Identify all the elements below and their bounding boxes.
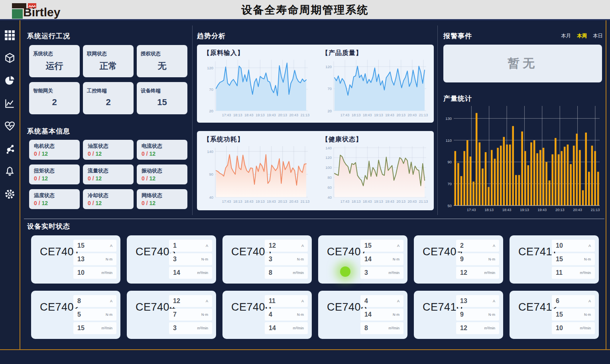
alarm-tab-本日[interactable]: 本日 [593,33,603,39]
svg-text:19:13: 19:13 [374,200,383,204]
device-card-CE7412[interactable]: CE7412 6 A 15 N·m 10 m³/min [510,291,599,339]
pie-chart-icon[interactable] [4,75,15,86]
device-metric-row: 3 m³/min [169,322,212,334]
device-card-CE7406[interactable]: CE7406 11 A 4 N·m 14 m³/min [222,291,312,339]
status-card-value: 正常 [87,60,130,72]
device-metric-value: 12 [173,297,180,305]
device-metric-unit: N·m [201,313,208,317]
device-metric-value: 2 [460,242,464,249]
device-metric-unit: m³/min [484,271,496,275]
svg-text:120: 120 [207,66,213,70]
production-bar-chart: 50709011013017:4318:1318:4319:1319:4320:… [442,104,604,213]
device-card-CE7401[interactable]: CE7401 15 A 13 N·m 10 m³/min [31,235,120,284]
svg-text:19:43: 19:43 [267,113,276,117]
alarm-tab-本月[interactable]: 本月 [561,33,571,39]
device-metric-unit: A [110,244,112,248]
vertical-divider-right [437,25,438,215]
device-metric-unit: m³/min [580,326,591,330]
status-card-value: 2 [33,97,76,108]
device-metric-unit: A [397,244,399,248]
line-chart-icon[interactable] [4,98,15,109]
status-card: 智能网关 2 [29,82,80,114]
device-metric-unit: A [493,299,495,303]
info-card-label: 电机状态 [34,143,75,150]
health-status-chart: 40608010012014017:4318:1318:4319:1319:43… [322,145,430,204]
device-card-CE7411[interactable]: CE7411 10 A 15 N·m 11 m³/min [510,235,599,284]
device-metrics: 15 A 13 N·m 10 m³/min [73,240,116,279]
horizontal-divider [24,219,604,219]
device-metric-unit: m³/min [102,326,113,330]
alarm-tab-本周[interactable]: 本周 [577,33,587,39]
chart-title-health-status: 【健康状态】 [322,135,433,144]
device-metric-row: 14 m³/min [169,267,212,279]
device-metric-row: 15 m³/min [73,322,116,334]
device-metric-value: 14 [173,269,180,276]
status-card-value: 运行 [33,60,76,72]
device-metrics: 2 A 9 N·m 12 m³/min [456,240,499,279]
info-card-count: 0 / 12 [34,151,75,157]
device-metric-row: 15 A [73,240,116,252]
device-card-CE7409[interactable]: CE7409 2 A 9 N·m 12 m³/min [414,235,503,284]
device-metric-unit: A [588,299,591,303]
info-card: 扭矩状态 0 / 12 [29,164,80,184]
device-card-CE7405[interactable]: CE7405 12 A 3 N·m 8 m³/min [222,235,312,284]
device-metric-value: 4 [364,297,368,305]
info-card: 电机状态 0 / 12 [29,140,80,160]
device-metric-value: 12 [269,242,276,249]
info-card-label: 流量状态 [88,167,129,174]
device-card-CE7408[interactable]: CE7408 4 A 14 N·m 8 m³/min [318,291,407,339]
svg-text:140: 140 [325,146,332,150]
device-card-CE7410[interactable]: CE7410 13 A 9 N·m 12 m³/min [414,291,503,339]
device-metric-row: 7 N·m [169,309,212,321]
heart-pulse-icon[interactable] [4,121,15,131]
svg-text:20:43: 20:43 [408,113,417,117]
device-card-CE7403[interactable]: CE7403 1 A 3 N·m 14 m³/min [127,235,216,284]
device-metric-value: 9 [460,311,464,318]
device-card-CE7407[interactable]: CE7407 15 A 14 N·m 3 m³/min [318,235,407,284]
device-metric-unit: N·m [488,313,495,317]
device-metric-unit: N·m [488,257,495,261]
device-metric-value: 15 [556,256,563,263]
device-metric-unit: A [493,244,495,248]
device-metric-unit: A [301,299,304,303]
device-metrics: 13 A 9 N·m 12 m³/min [456,295,499,334]
svg-text:18:43: 18:43 [244,113,254,117]
header-bar: Birtley 设备全寿命周期管理系统 [0,0,610,20]
device-metric-row: 1 A [169,240,212,252]
status-card-label: 设备终端 [141,88,183,94]
device-card-CE7404[interactable]: CE7404 12 A 7 N·m 3 m³/min [127,291,216,339]
svg-text:20:43: 20:43 [289,200,299,204]
grid-icon[interactable] [4,30,15,41]
power-usage-chart: 409014017:4318:1318:4319:1319:4320:1320:… [203,145,312,204]
section-title-trend: 趋势分析 [197,31,226,41]
svg-text:21:13: 21:13 [301,113,310,117]
svg-text:19:13: 19:13 [256,113,265,117]
device-metric-row: 9 N·m [456,309,499,321]
device-metric-value: 12 [460,325,467,332]
device-metric-row: 10 A [552,240,595,252]
svg-text:18:43: 18:43 [244,200,254,204]
cube-icon[interactable] [4,53,15,63]
device-metric-unit: A [397,299,399,303]
info-card: 温度状态 0 / 12 [29,189,80,209]
info-card: 振动状态 0 / 12 [137,164,187,184]
network-icon[interactable] [4,143,15,154]
device-metric-value: 6 [556,297,559,305]
device-card-CE7402[interactable]: CE7402 8 A 5 N·m 15 m³/min [31,291,120,339]
device-metric-row: 5 N·m [73,309,116,321]
bell-icon[interactable] [4,166,15,177]
svg-text:18:13: 18:13 [484,208,494,212]
trend-panel-top: 【原料输入】 207012017:4318:1318:4319:1319:432… [197,45,434,123]
svg-text:20:43: 20:43 [408,200,417,204]
system-info-cards: 电机状态 0 / 12油泵状态 0 / 12电流状态 0 / 12扭矩状态 0 … [29,140,187,209]
device-metric-unit: m³/min [293,271,304,275]
alarm-period-tabs: 本月本周本日 [561,33,603,39]
svg-text:19:43: 19:43 [385,200,394,204]
device-metric-value: 10 [556,325,563,332]
svg-text:120: 120 [325,65,332,69]
gear-icon[interactable] [4,189,15,200]
chart-title-product-quality: 【产品质量】 [322,49,433,57]
device-metric-unit: N·m [393,257,399,261]
device-metric-unit: N·m [106,313,112,317]
device-metric-row: 15 N·m [552,253,595,265]
